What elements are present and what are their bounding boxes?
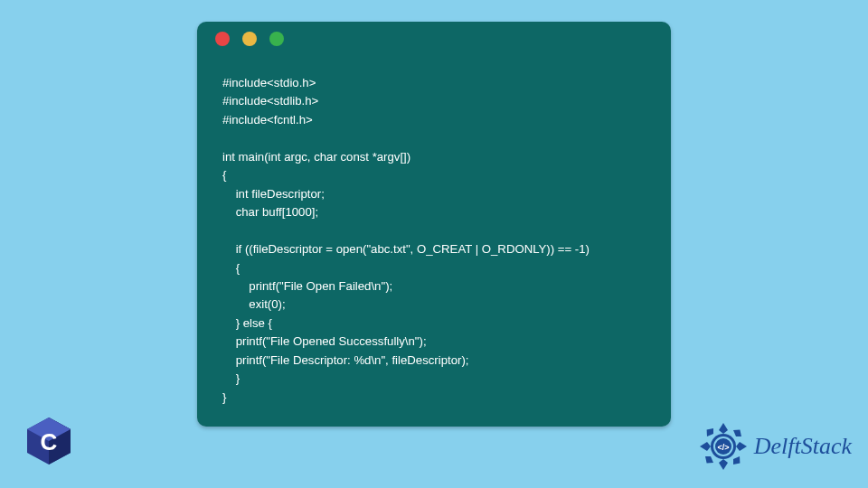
delftstack-logo: </> DelftStack bbox=[698, 421, 852, 472]
window-titlebar bbox=[197, 22, 671, 56]
minimize-icon[interactable] bbox=[242, 32, 257, 46]
code-window: #include<stdio.h> #include<stdlib.h> #in… bbox=[197, 22, 671, 427]
maximize-icon[interactable] bbox=[269, 32, 284, 46]
brand-name: DelftStack bbox=[754, 433, 852, 460]
svg-text:C: C bbox=[41, 428, 58, 455]
c-language-logo: C bbox=[27, 418, 71, 465]
code-block: #include<stdio.h> #include<stdlib.h> #in… bbox=[197, 56, 671, 425]
close-icon[interactable] bbox=[215, 32, 230, 46]
delftstack-badge-icon: </> bbox=[698, 421, 749, 472]
code-glyph-icon: </> bbox=[717, 443, 729, 452]
